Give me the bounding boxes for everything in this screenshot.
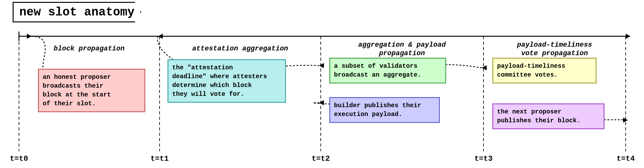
box-builder: builder publishes their execution payloa… — [329, 97, 440, 123]
svg-text:t=t0: t=t0 — [10, 154, 28, 163]
svg-text:attestation aggregation: attestation aggregation — [192, 45, 288, 53]
svg-marker-23 — [482, 65, 487, 70]
svg-marker-19 — [27, 34, 32, 39]
box-aggregate: a subset of validators broadcast an aggr… — [329, 58, 446, 84]
svg-text:t=t1: t=t1 — [150, 154, 169, 163]
svg-text:payload-timeliness: payload-timeliness — [517, 41, 592, 49]
svg-marker-24 — [623, 118, 628, 123]
svg-marker-2 — [626, 34, 630, 39]
svg-text:t=t2: t=t2 — [312, 154, 330, 163]
box-ptc: payload-timeliness committee votes. — [492, 58, 597, 84]
svg-text:vote propagation: vote propagation — [521, 49, 588, 57]
svg-text:propagation: propagation — [379, 49, 425, 57]
svg-text:aggregation & payload: aggregation & payload — [358, 41, 446, 49]
box-next-proposer: the next proposer publishes their block. — [492, 103, 605, 129]
diagram: new slot anatomy block propagation attes… — [0, 0, 644, 168]
box-proposer: an honest proposer broadcasts their bloc… — [38, 69, 145, 112]
svg-text:block propagation: block propagation — [54, 45, 125, 53]
box-attestation: the "attestation deadline" where atteste… — [167, 59, 286, 103]
svg-marker-22 — [319, 100, 324, 105]
svg-marker-21 — [319, 63, 324, 68]
svg-text:t=t4: t=t4 — [617, 154, 635, 163]
svg-marker-20 — [158, 34, 163, 39]
svg-text:t=t3: t=t3 — [474, 154, 493, 163]
title: new slot anatomy — [13, 2, 141, 22]
